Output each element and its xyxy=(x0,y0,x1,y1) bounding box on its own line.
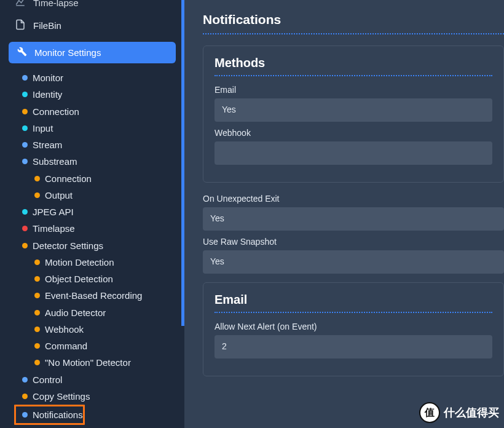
monitor-settings-label: Monitor Settings xyxy=(34,47,101,58)
allow-next-alert-input[interactable]: 2 xyxy=(215,335,492,359)
tree-item[interactable]: Connection xyxy=(9,103,176,120)
timelapse-icon xyxy=(15,0,26,9)
sidebar: Time-lapse FileBin Monitor Settings Moni… xyxy=(0,0,184,428)
tree-item[interactable]: Connection xyxy=(9,170,176,187)
watermark-text: 什么值得买 xyxy=(444,405,499,420)
raw-snapshot-label: Use Raw Snapshot xyxy=(203,237,504,247)
monitor-settings-button[interactable]: Monitor Settings xyxy=(9,42,176,63)
tree-item-label: Command xyxy=(45,339,87,353)
bullet-icon xyxy=(22,159,28,164)
tree-item[interactable]: Motion Detection xyxy=(9,254,176,271)
bullet-icon xyxy=(34,192,40,198)
unexpected-exit-label: On Unexpected Exit xyxy=(203,194,504,204)
bullet-icon xyxy=(22,92,28,97)
bullet-icon xyxy=(34,176,40,181)
tree-item[interactable]: Identity xyxy=(9,86,176,103)
raw-snapshot-select[interactable]: Yes xyxy=(203,250,504,274)
bullet-icon xyxy=(34,327,40,332)
bullet-icon xyxy=(22,226,28,231)
tree-item-label: Connection xyxy=(45,172,92,186)
tree-item[interactable]: Output xyxy=(9,187,176,204)
main-panel: Notifications Methods Email Yes Webhook … xyxy=(184,0,504,428)
tree-item-label: Timelapse xyxy=(33,221,75,236)
tree-item-label: Identity xyxy=(33,87,62,101)
tree-item[interactable]: Stream xyxy=(9,137,176,153)
tree-item-label: Object Detection xyxy=(45,272,113,286)
tree-item[interactable]: Event-Based Recording xyxy=(9,287,176,304)
unexpected-exit-select[interactable]: Yes xyxy=(203,207,504,231)
tree-item[interactable]: Detector Settings xyxy=(9,237,176,254)
tree-item-label: Webhook xyxy=(45,322,84,336)
tree-item[interactable]: Methods xyxy=(9,425,176,428)
tree-item-label: Connection xyxy=(33,105,79,119)
tree-item-label: Output xyxy=(45,188,73,202)
panel-title: Notifications xyxy=(203,12,504,34)
bullet-icon xyxy=(22,377,28,382)
tree-item[interactable]: Input xyxy=(9,120,176,137)
bullet-icon xyxy=(22,125,28,131)
tree-item-label: Copy Settings xyxy=(33,389,90,403)
tree-item-label: Notifications xyxy=(33,408,83,422)
tree-item[interactable]: Monitor xyxy=(9,69,176,86)
tree-item[interactable]: Timelapse xyxy=(9,220,176,237)
tree-item-label: Stream xyxy=(33,138,62,152)
tree-item[interactable]: "No Motion" Detector xyxy=(9,354,176,371)
settings-tree: MonitorIdentityConnectionInputStreamSubs… xyxy=(9,69,176,428)
tree-item[interactable]: Copy Settings xyxy=(9,388,176,405)
tree-item-label: Event-Based Recording xyxy=(45,288,142,303)
bullet-icon xyxy=(34,260,40,265)
tree-item[interactable]: Control xyxy=(9,371,176,388)
tree-item-label: Monitor xyxy=(33,71,63,85)
bullet-icon xyxy=(22,109,28,114)
tree-item[interactable]: Object Detection xyxy=(9,271,176,287)
tree-item[interactable]: Notifications xyxy=(14,405,85,425)
bullet-icon xyxy=(34,343,40,349)
webhook-method-input[interactable] xyxy=(215,141,492,165)
bullet-icon xyxy=(22,394,28,399)
bullet-icon xyxy=(34,276,40,282)
email-method-label: Email xyxy=(215,85,492,95)
tree-item-label: Input xyxy=(33,121,53,135)
wrench-icon xyxy=(17,47,27,58)
bullet-icon xyxy=(34,310,40,315)
bullet-icon xyxy=(22,209,28,215)
tree-item-label: Control xyxy=(33,373,62,387)
bullet-icon xyxy=(22,243,28,248)
tree-item[interactable]: Substream xyxy=(9,153,176,170)
tree-item-label: Motion Detection xyxy=(45,255,114,269)
email-section-title: Email xyxy=(215,293,492,313)
tree-item-label: Substream xyxy=(33,154,77,168)
bullet-icon xyxy=(22,142,28,148)
sidebar-item-label: Time-lapse xyxy=(33,0,79,8)
email-section: Email Allow Next Alert (on Event) 2 xyxy=(203,282,504,376)
webhook-method-label: Webhook xyxy=(215,128,492,138)
sidebar-item-label: FileBin xyxy=(33,20,61,31)
tree-item[interactable]: Audio Detector xyxy=(9,304,176,321)
tree-item-label: Audio Detector xyxy=(45,306,106,320)
tree-item-label: "No Motion" Detector xyxy=(45,355,131,370)
watermark-badge-icon: 值 xyxy=(419,402,440,423)
tree-item-label: Detector Settings xyxy=(33,239,103,253)
tree-item[interactable]: Command xyxy=(9,338,176,354)
tree-item[interactable]: JPEG API xyxy=(9,204,176,220)
methods-section: Methods Email Yes Webhook xyxy=(203,46,504,183)
bullet-icon xyxy=(34,293,40,298)
file-icon xyxy=(15,19,26,32)
email-method-select[interactable]: Yes xyxy=(215,98,492,122)
sidebar-item-timelapse[interactable]: Time-lapse xyxy=(9,0,176,13)
sidebar-item-filebin[interactable]: FileBin xyxy=(9,15,176,36)
tree-item[interactable]: Webhook xyxy=(9,321,176,338)
methods-title: Methods xyxy=(215,56,492,76)
tree-item-label: JPEG API xyxy=(33,205,74,219)
bullet-icon xyxy=(22,412,28,418)
allow-next-alert-label: Allow Next Alert (on Event) xyxy=(215,322,492,331)
watermark: 值 什么值得买 xyxy=(419,402,499,423)
bullet-icon xyxy=(34,360,40,365)
bullet-icon xyxy=(22,75,28,81)
